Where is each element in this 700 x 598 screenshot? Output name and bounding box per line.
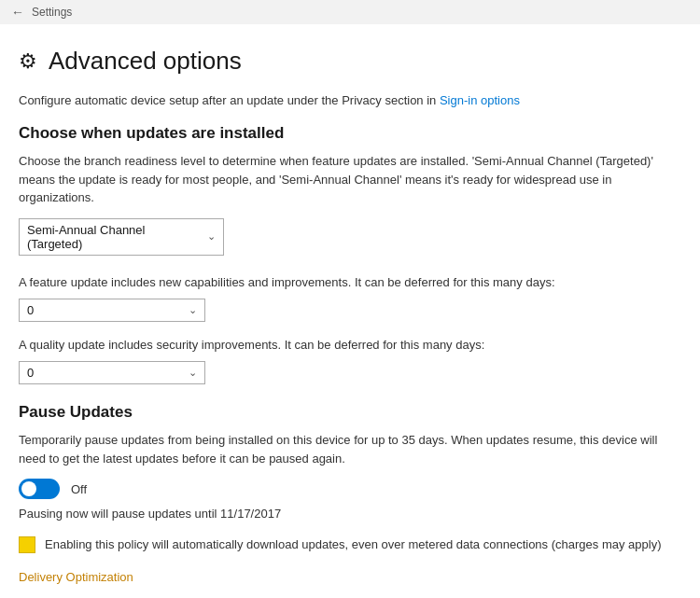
- delivery-optimization-link[interactable]: Delivery Optimization: [19, 570, 133, 584]
- pause-toggle[interactable]: [19, 479, 60, 499]
- back-button[interactable]: ←: [11, 6, 24, 19]
- pause-updates-desc: Temporarily pause updates from being ins…: [19, 431, 681, 467]
- channel-dropdown-wrapper: Semi-Annual Channel (Targeted) ⌄: [19, 218, 681, 256]
- note-text: Note: Windows Update might update itself…: [19, 595, 681, 598]
- quality-update-label: A quality update includes security impro…: [19, 337, 681, 354]
- quality-update-section: A quality update includes security impro…: [19, 337, 681, 384]
- pause-updates-section: Pause Updates Temporarily pause updates …: [19, 403, 681, 521]
- feature-update-section: A feature update includes new capabiliti…: [19, 274, 681, 322]
- feature-update-arrow: ⌄: [189, 304, 197, 316]
- delivery-optimization-section: Delivery Optimization: [19, 569, 681, 584]
- sign-in-options-link[interactable]: Sign-in options: [440, 93, 520, 107]
- pause-info-text: Pausing now will pause updates until 11/…: [19, 507, 681, 521]
- intro-text-body: Configure automatic device setup after a…: [19, 93, 440, 107]
- channel-dropdown[interactable]: Semi-Annual Channel (Targeted) ⌄: [19, 218, 224, 256]
- feature-update-label: A feature update includes new capabiliti…: [19, 274, 681, 291]
- choose-updates-desc: Choose the branch readiness level to det…: [19, 152, 681, 207]
- quality-update-value: 0: [27, 366, 34, 380]
- metered-connections-checkbox[interactable]: [19, 536, 35, 553]
- pause-toggle-row: Off: [19, 479, 681, 499]
- metered-connections-label: Enabling this policy will automatically …: [45, 535, 661, 554]
- channel-dropdown-label: Semi-Annual Channel (Targeted): [27, 223, 200, 251]
- toggle-knob: [21, 481, 36, 496]
- feature-update-value: 0: [27, 303, 34, 317]
- main-content: ⚙ Advanced options Configure automatic d…: [0, 24, 700, 598]
- page-header: ⚙ Advanced options: [19, 47, 681, 76]
- title-bar: ← Settings: [0, 0, 700, 24]
- channel-dropdown-arrow: ⌄: [207, 230, 216, 243]
- page-title: Advanced options: [49, 47, 242, 76]
- quality-update-dropdown[interactable]: 0 ⌄: [19, 361, 205, 384]
- quality-update-arrow: ⌄: [189, 367, 197, 379]
- pause-toggle-label: Off: [71, 482, 87, 496]
- choose-updates-heading: Choose when updates are installed: [19, 124, 681, 143]
- metered-connections-row: Enabling this policy will automatically …: [19, 535, 681, 554]
- title-bar-label: Settings: [32, 6, 72, 19]
- intro-text: Configure automatic device setup after a…: [19, 92, 681, 109]
- pause-updates-heading: Pause Updates: [19, 403, 681, 422]
- gear-icon: ⚙: [19, 49, 37, 74]
- choose-updates-section: Choose when updates are installed Choose…: [19, 124, 681, 256]
- feature-update-dropdown[interactable]: 0 ⌄: [19, 299, 205, 322]
